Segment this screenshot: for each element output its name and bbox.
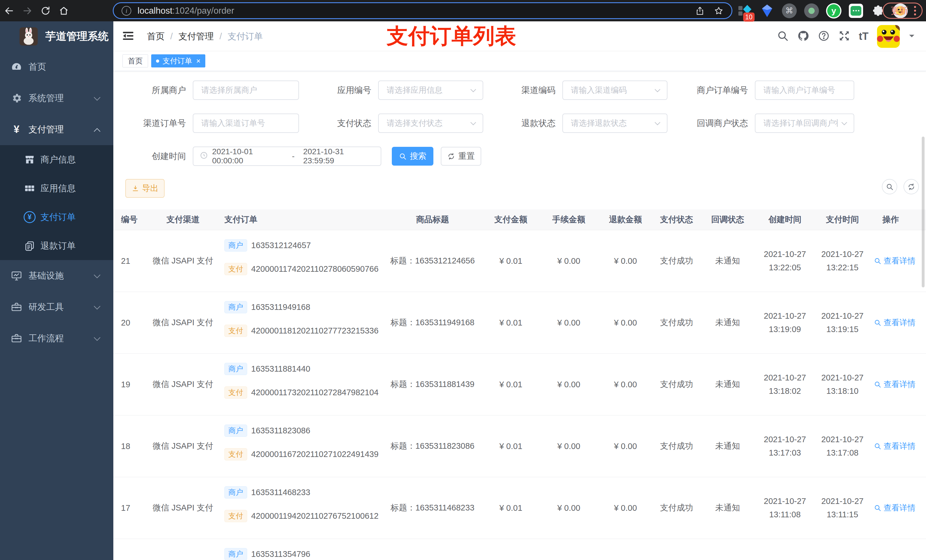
cell-id: 20	[113, 292, 147, 353]
font-size-icon[interactable]: tT	[859, 30, 869, 42]
merchant-select[interactable]	[193, 80, 299, 100]
view-detail-link[interactable]: 查看详情	[874, 441, 915, 451]
refund-status-select[interactable]	[562, 113, 667, 133]
cell-title: 标题：1635311881439	[384, 354, 481, 415]
sidebar-item-workflow[interactable]: 工作流程	[0, 323, 113, 354]
reset-button[interactable]: 重置	[441, 147, 481, 166]
sidebar-item-refund-order[interactable]: 退款订单	[0, 231, 113, 260]
date-range-picker[interactable]: 2021-10-01 00:00:00 - 2021-10-31 23:59:5…	[193, 146, 381, 166]
sidebar-item-infrastructure[interactable]: 基础设施	[0, 260, 113, 291]
user-avatar[interactable]	[877, 25, 900, 48]
extension-kite-icon[interactable]	[759, 3, 775, 19]
share-icon[interactable]	[695, 6, 705, 16]
sidebar-item-payment[interactable]: ¥ 支付管理	[0, 114, 113, 145]
monitor-icon	[10, 270, 23, 281]
channel-order-no: 4200001194202110276752100612	[251, 511, 378, 521]
filter-label-merchant-order-no: 商户订单编号	[667, 85, 755, 96]
col-pay-order: 支付订单	[218, 210, 384, 230]
extension-chat-icon[interactable]	[848, 3, 864, 19]
cell-status: 支付成功	[654, 292, 699, 353]
avatar-caret-icon[interactable]	[908, 33, 915, 39]
extension-record-icon[interactable]	[803, 3, 820, 19]
search-button[interactable]: 搜索	[392, 147, 433, 166]
browser-reload-button[interactable]	[36, 0, 54, 21]
extension-command-icon[interactable]: ⌘	[781, 3, 797, 19]
address-bar[interactable]: i localhost:1024/pay/order	[113, 2, 732, 19]
extension-diamond-icon[interactable]: 10	[737, 3, 753, 19]
cell-pay-time	[814, 539, 871, 560]
breadcrumb-payment[interactable]: 支付管理	[179, 30, 214, 42]
filter-label-pay-status: 支付状态	[299, 118, 378, 129]
main-area: 首页 / 支付管理 / 支付订单 支付订单列表 tT 首页 支付订单 × 所属商…	[113, 21, 926, 560]
browser-toolbar: i localhost:1024/pay/order 10 ⌘ y 更新	[0, 0, 926, 21]
cell-notify: 未通知	[699, 477, 756, 539]
merchant-tag: 商户	[224, 239, 247, 252]
help-icon[interactable]	[818, 30, 830, 43]
channel-order-no-input[interactable]	[193, 113, 299, 133]
browser-forward-button[interactable]	[18, 0, 36, 21]
sidebar-item-dev-tools[interactable]: 研发工具	[0, 291, 113, 323]
fullscreen-icon[interactable]	[838, 30, 850, 43]
pay-tag: 支付	[224, 325, 247, 337]
tab-pay-order[interactable]: 支付订单 ×	[151, 54, 205, 68]
cell-pay-order: 商户 1635311949168 支付 42000011812021102777…	[218, 292, 384, 353]
breadcrumb-current: 支付订单	[227, 30, 263, 42]
extension-y-icon[interactable]: y	[826, 3, 842, 19]
cell-pay-order: 商户 1635311354796	[218, 539, 384, 560]
bookmark-star-icon[interactable]	[714, 6, 723, 16]
browser-menu-icon[interactable]	[914, 6, 916, 15]
col-channel: 支付渠道	[147, 210, 218, 230]
browser-home-button[interactable]	[54, 0, 73, 21]
sidebar-item-home[interactable]: 首页	[0, 51, 113, 83]
cell-create-time: 2021-10-2713:11:08	[756, 477, 814, 539]
cell-pay-order: 商户 1635311468233 支付 42000011942021102767…	[218, 477, 384, 539]
merchant-order-no-input[interactable]	[755, 80, 854, 100]
cell-channel: 微信 JSAPI 支付	[147, 415, 218, 477]
table-row: 21 微信 JSAPI 支付 商户 1635312124657 支付 42000…	[113, 230, 926, 292]
cell-pay-order: 商户 1635312124657 支付 42000011742021102780…	[218, 230, 384, 292]
callback-status-select[interactable]	[755, 113, 854, 133]
breadcrumb-home[interactable]: 首页	[147, 30, 165, 42]
search-icon[interactable]	[777, 30, 789, 43]
cell-amount: ¥ 0.01	[481, 477, 540, 539]
page-title-annotation: 支付订单列表	[387, 22, 516, 51]
briefcase-icon	[10, 333, 23, 344]
sidebar-item-app-info[interactable]: 应用信息	[0, 174, 113, 202]
view-detail-link[interactable]: 查看详情	[874, 255, 915, 266]
browser-update-button[interactable]: 更新	[882, 3, 923, 19]
show-search-toggle-button[interactable]	[882, 179, 897, 194]
channel-code-select[interactable]	[562, 80, 667, 100]
pay-status-select[interactable]	[378, 113, 483, 133]
cell-channel	[147, 539, 218, 560]
close-tab-icon[interactable]: ×	[196, 57, 200, 65]
search-icon	[399, 152, 407, 160]
document-icon	[23, 240, 36, 252]
vertical-scrollbar[interactable]	[922, 137, 924, 287]
filter-label-callback-status: 回调商户状态	[667, 118, 755, 129]
merchant-tag: 商户	[224, 424, 247, 437]
view-detail-link[interactable]: 查看详情	[874, 317, 915, 328]
sidebar-collapse-button[interactable]	[122, 30, 136, 43]
tab-home[interactable]: 首页	[123, 54, 148, 68]
refresh-table-button[interactable]	[903, 179, 919, 194]
channel-order-no: 4200001174202110278060590766	[251, 264, 378, 274]
breadcrumb: 首页 / 支付管理 / 支付订单	[147, 21, 263, 51]
sidebar-item-system[interactable]: 系统管理	[0, 83, 113, 114]
cell-fee: ¥ 0.00	[540, 354, 597, 415]
merchant-order-no: 1635311468233	[251, 488, 310, 497]
view-detail-link[interactable]: 查看详情	[874, 503, 915, 513]
yen-circle-icon: ¥	[23, 211, 36, 223]
sidebar-item-pay-order[interactable]: ¥ 支付订单	[0, 202, 113, 231]
table-row: 商户 1635311354796	[113, 539, 926, 560]
cell-refund: ¥ 0.00	[597, 230, 654, 292]
browser-back-button[interactable]	[0, 0, 18, 21]
cell-create-time	[756, 539, 814, 560]
sidebar-item-merchant-info[interactable]: 商户信息	[0, 145, 113, 174]
github-icon[interactable]	[797, 30, 809, 43]
site-info-icon[interactable]: i	[122, 6, 131, 16]
cell-pay-time: 2021-10-2713:22:15	[814, 230, 871, 292]
app-select[interactable]	[378, 80, 483, 100]
filter-label-app: 应用编号	[299, 85, 378, 96]
export-button[interactable]: 导出	[125, 179, 165, 198]
view-detail-link[interactable]: 查看详情	[874, 379, 915, 390]
